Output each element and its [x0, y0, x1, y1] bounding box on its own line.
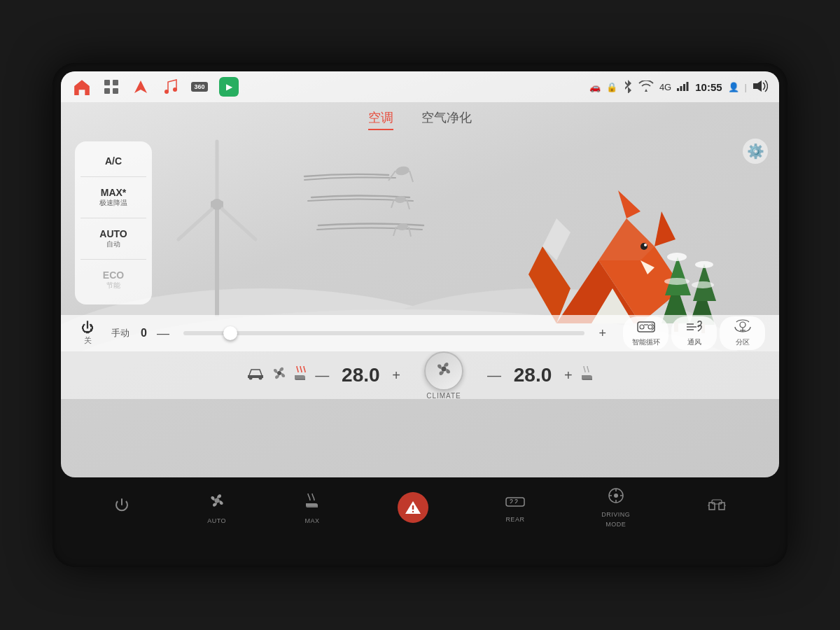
grid-icon[interactable] — [102, 77, 121, 97]
video-icon[interactable] — [219, 77, 239, 97]
profile-icon: 👤 — [728, 82, 739, 92]
fan-minus-btn[interactable]: — — [154, 326, 172, 341]
bluetooth-icon — [623, 79, 633, 95]
driving-mode-phys-btn[interactable]: DRIVING MODE — [601, 487, 630, 528]
physical-buttons: AUTO MAX — [61, 480, 779, 535]
intelligent-circulation-btn[interactable]: 智能循环 — [623, 316, 668, 350]
left-temp-value: 28.0 — [336, 364, 385, 386]
bottom-temp-row: — 28.0 + CLIM — [61, 351, 779, 399]
tab-ac[interactable]: 空调 — [368, 109, 393, 130]
settings-icon[interactable]: ⚙️ — [743, 139, 768, 164]
right-controls: 智能循环 通风 — [623, 316, 765, 350]
svg-marker-32 — [598, 218, 654, 260]
fan-speed-value: 0 — [141, 327, 147, 340]
svg-rect-9 — [683, 84, 685, 91]
climate-dial[interactable] — [424, 351, 463, 391]
svg-point-56 — [277, 371, 281, 375]
seat-heat-max-label: MAX — [305, 517, 320, 524]
lock-icon: 🔒 — [606, 82, 617, 92]
auto-mode-btn[interactable]: AUTO 自动 — [80, 223, 146, 255]
zone-label: 分区 — [736, 337, 750, 347]
fan-auto-label: AUTO — [207, 517, 226, 524]
svg-rect-15 — [215, 204, 219, 316]
fan-plus-btn[interactable]: + — [596, 326, 609, 341]
driving-mode-label: DRIVING — [601, 511, 630, 518]
right-temp-minus[interactable]: — — [484, 368, 504, 384]
manual-label: 手动 — [111, 327, 130, 340]
hazard-btn[interactable] — [398, 492, 428, 523]
svg-marker-4 — [134, 80, 147, 93]
left-mode-panel: A/C MAX* 极速降温 AUTO 自动 ECO 节能 — [75, 141, 152, 304]
svg-point-57 — [442, 367, 447, 372]
tabs-row: 空调 空气净化 ⚙️ — [61, 102, 779, 134]
climate-center-dial[interactable]: CLIMATE — [424, 351, 463, 400]
svg-point-62 — [412, 511, 414, 512]
svg-line-25 — [391, 200, 394, 208]
navigation-icon[interactable] — [131, 77, 150, 97]
main-content: A/C MAX* 极速降温 AUTO 自动 ECO 节能 — [61, 134, 779, 351]
left-temp-section: — 28.0 + — [245, 364, 403, 386]
power-phys-btn[interactable] — [113, 496, 131, 519]
svg-point-48 — [695, 261, 713, 268]
power-phys-icon — [113, 496, 131, 519]
signal-bars-icon — [677, 81, 690, 93]
svg-line-22 — [388, 171, 396, 181]
svg-marker-34 — [654, 211, 676, 246]
zone-btn[interactable]: 分区 — [720, 316, 765, 350]
status-icons: 🚗 🔒 4G — [589, 79, 768, 95]
power-button[interactable]: ⏻ 关 — [75, 321, 100, 346]
device-frame: 360 🚗 🔒 — [52, 63, 788, 567]
seat-heat-phys-icon — [302, 491, 322, 514]
rear-label: REAR — [505, 516, 524, 523]
eco-mode-btn[interactable]: ECO 节能 — [80, 264, 146, 296]
zone-icon — [734, 319, 752, 337]
svg-point-53 — [648, 325, 652, 329]
rear-heat-phys-icon — [505, 492, 526, 513]
svg-point-65 — [614, 493, 618, 498]
left-temp-plus[interactable]: + — [389, 368, 403, 384]
seat-heat-phys-btn[interactable]: MAX — [302, 491, 322, 524]
nav-icons: 360 — [72, 77, 239, 97]
car-recirculate-icon — [636, 319, 656, 337]
seat-heat-icon-right[interactable] — [580, 365, 595, 386]
signal-icon: 4G — [659, 82, 671, 92]
svg-line-19 — [217, 204, 255, 239]
svg-rect-10 — [687, 82, 689, 91]
home-icon[interactable] — [72, 77, 92, 97]
max-mode-btn[interactable]: MAX* 极速降温 — [80, 181, 146, 214]
svg-point-20 — [211, 199, 223, 210]
mirror-phys-btn[interactable] — [706, 497, 727, 518]
tab-purify[interactable]: 空气净化 — [421, 109, 472, 130]
music-icon[interactable] — [160, 77, 180, 97]
divider-1 — [80, 176, 146, 177]
fan-auto-phys-icon — [207, 491, 227, 514]
car-icon-left — [245, 365, 266, 385]
ventilation-btn[interactable]: 通风 — [671, 316, 717, 350]
svg-point-54 — [249, 377, 253, 380]
ac-mode-btn[interactable]: A/C — [80, 150, 146, 172]
car-status-icon: 🚗 — [589, 82, 601, 92]
svg-rect-63 — [506, 498, 524, 506]
wifi-icon — [638, 80, 654, 94]
fan-slider-track[interactable] — [183, 331, 585, 335]
svg-rect-2 — [104, 88, 110, 94]
fan-auto-phys-btn[interactable]: AUTO — [207, 491, 227, 524]
seat-heat-icon-left[interactable] — [293, 365, 308, 386]
fan-slider-thumb[interactable] — [223, 326, 237, 340]
rear-heat-phys-btn[interactable]: REAR — [505, 492, 526, 523]
svg-rect-3 — [113, 88, 118, 94]
svg-rect-8 — [680, 86, 682, 91]
left-temp-minus[interactable]: — — [312, 368, 332, 384]
divider-2 — [80, 218, 146, 218]
svg-point-5 — [164, 90, 169, 94]
ventilation-label: 通风 — [687, 337, 701, 347]
svg-point-58 — [214, 498, 219, 503]
divider: | — [745, 82, 747, 92]
right-temp-plus[interactable]: + — [561, 368, 575, 384]
airflow-icon — [685, 319, 704, 337]
svg-rect-0 — [104, 80, 110, 85]
360-icon[interactable]: 360 — [190, 77, 209, 97]
svg-point-52 — [640, 325, 644, 329]
fan-icon-left[interactable] — [270, 364, 288, 386]
svg-point-49 — [664, 278, 690, 285]
